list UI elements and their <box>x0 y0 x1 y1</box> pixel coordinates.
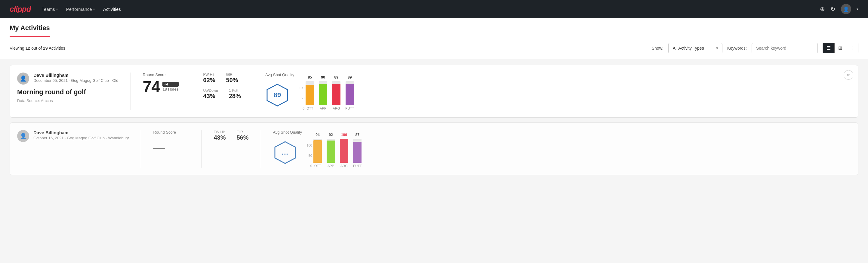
teams-chevron: ▾ <box>56 7 58 11</box>
page-header: My Activities <box>0 18 868 37</box>
bar-ott-0: 85 OTT <box>306 75 314 110</box>
avatar-icon-0: 👤 <box>20 75 27 82</box>
activity-count: 12 <box>26 46 30 51</box>
view-toggle-list-compact[interactable]: ☰ <box>823 43 835 53</box>
bar-ott-fill-0 <box>306 85 314 105</box>
hexagon-0: 89 <box>265 83 289 107</box>
card-user-name-0: Dave Billingham <box>33 72 119 78</box>
card-divider-1d <box>261 130 261 168</box>
viewing-text: Viewing <box>10 46 24 51</box>
user-icon: 👤 <box>843 6 849 12</box>
card-activity-title-0: Morning round of golf <box>17 88 119 96</box>
gir-value-0: 50% <box>226 77 238 84</box>
stat-pair-top-1: FW Hit 43% GIR 56% <box>214 130 248 141</box>
activities-label: Activities <box>103 7 121 12</box>
bar-ott-label-1: 94 <box>315 133 319 137</box>
bar-arg-label-top-0: 89 <box>335 75 338 80</box>
bar-ott-label-top-0: 85 <box>308 75 312 80</box>
y-labels-0: 100 50 0 <box>299 86 304 110</box>
view-toggle-list-full[interactable]: ⋮ <box>846 43 858 53</box>
page-title: My Activities <box>10 24 50 37</box>
hex-container-1: … 100 50 0 94 <box>273 138 851 168</box>
show-label: Show: <box>652 46 663 51</box>
hex-container-0: 89 100 50 0 85 <box>265 80 851 110</box>
oneputt-stat-0: 1 Putt 28% <box>229 88 241 99</box>
bar-app-x-label-0: APP <box>320 107 326 110</box>
avg-shot-section-1: Avg Shot Quality … 100 50 0 <box>273 130 851 168</box>
gir-stat-0: GIR 50% <box>226 72 238 84</box>
round-score-number-0: 74 <box>143 79 160 94</box>
user-avatar-1: 👤 <box>17 130 29 142</box>
keyword-search-input[interactable] <box>752 43 818 53</box>
round-score-section-1: Round Score <box>153 130 189 149</box>
stat-pair-bottom-0: Up/Down 43% 1 Putt 28% <box>203 88 241 99</box>
view-toggle-grid[interactable]: ⊞ <box>835 43 846 53</box>
gir-value-1: 56% <box>237 134 249 141</box>
bar-arg-wrapper-0 <box>332 81 340 105</box>
fw-hit-stat-0: FW Hit 62% <box>203 72 215 84</box>
filter-bar: Viewing 12 out of 29 Activities Show: Al… <box>0 37 868 59</box>
updown-value-0: 43% <box>203 93 218 99</box>
bar-putt-1: 87 PUTT <box>353 133 362 168</box>
user-avatar-0: 👤 <box>17 72 29 85</box>
round-score-label-1: Round Score <box>153 130 189 135</box>
fw-hit-value-0: 62% <box>203 77 215 84</box>
card-header-0: 👤 Dave Billingham December 05, 2021 · Go… <box>17 72 119 85</box>
bar-putt-wrapper-0 <box>346 81 354 105</box>
gir-label-1: GIR <box>237 130 249 134</box>
activity-type-wrapper: All Activity Types <box>668 43 722 53</box>
nav-performance[interactable]: Performance ▾ <box>66 7 95 12</box>
round-score-label-0: Round Score <box>143 72 179 77</box>
bar-arg-label-1: 106 <box>341 133 347 137</box>
gir-stat-1: GIR 56% <box>237 130 249 141</box>
performance-label: Performance <box>66 7 92 12</box>
refresh-icon[interactable]: ↻ <box>830 5 836 12</box>
fw-hit-label-1: FW Hit <box>214 130 225 134</box>
nav-links: Teams ▾ Performance ▾ Activities <box>42 7 809 12</box>
teams-label: Teams <box>42 7 55 12</box>
bars-container-0: 85 OTT 90 <box>306 80 354 110</box>
card-user-info-1: Dave Billingham October 16, 2021 · Gog M… <box>33 130 129 140</box>
bar-putt-0: 89 PUTT <box>345 75 354 110</box>
fw-hit-label-0: FW Hit <box>203 72 215 77</box>
bar-ott-1: 94 OTT <box>313 133 322 168</box>
bar-app-fill-0 <box>319 84 327 105</box>
bar-app-0: 90 APP <box>319 75 327 110</box>
fw-hit-stat-1: FW Hit 43% <box>214 130 225 141</box>
view-toggle-group: ☰ ⊞ ⋮ <box>823 43 858 53</box>
bar-putt-label-1: 87 <box>355 133 360 137</box>
avatar-icon-1: 👤 <box>20 133 27 139</box>
score-meta-0: +4 18 Holes <box>162 79 178 92</box>
user-avatar[interactable]: 👤 <box>841 4 851 14</box>
out-of-text: out of <box>31 46 42 51</box>
oneputt-label-0: 1 Putt <box>229 88 241 93</box>
bar-arg-fill-0 <box>332 84 340 105</box>
card-user-name-1: Dave Billingham <box>33 130 129 135</box>
bar-app-label-top-0: 90 <box>321 75 325 80</box>
edit-button-0[interactable]: ✏ <box>844 70 853 80</box>
filter-count-text: Viewing 12 out of 29 Activities <box>10 46 646 51</box>
hex-value-1: … <box>282 149 288 156</box>
user-chevron: ▾ <box>857 7 858 11</box>
bar-ott-x-label-0: OTT <box>307 107 313 110</box>
bar-ott-wrap-1 <box>313 139 322 163</box>
bars-container-1: 94 OTT 92 <box>313 138 362 168</box>
main-content: ✏ 👤 Dave Billingham December 05, 2021 · … <box>0 59 868 186</box>
card-divider-0 <box>130 72 131 110</box>
card-date-location-1: October 16, 2021 · Gog Magog Golf Club -… <box>33 136 129 140</box>
logo[interactable]: clippd <box>10 4 31 14</box>
activity-type-select[interactable]: All Activity Types <box>668 43 722 53</box>
total-count: 29 <box>43 46 48 51</box>
card-header-1: 👤 Dave Billingham October 16, 2021 · Gog… <box>17 130 129 142</box>
performance-chevron: ▾ <box>93 7 95 11</box>
nav-teams[interactable]: Teams ▾ <box>42 7 58 12</box>
card-data-source-0: Data Source: Arccos <box>17 98 119 103</box>
bar-putt-x-label-0: PUTT <box>345 107 354 110</box>
nav-activities[interactable]: Activities <box>103 7 121 12</box>
round-score-dash-1 <box>153 137 165 149</box>
card-shot-stats-1: FW Hit 43% GIR 56% <box>214 130 248 146</box>
add-circle-icon[interactable]: ⊕ <box>820 5 825 12</box>
bar-arg-1: 106 ARG <box>340 133 348 168</box>
updown-stat-0: Up/Down 43% <box>203 88 218 99</box>
nav-right: ⊕ ↻ 👤 ▾ <box>820 4 858 14</box>
